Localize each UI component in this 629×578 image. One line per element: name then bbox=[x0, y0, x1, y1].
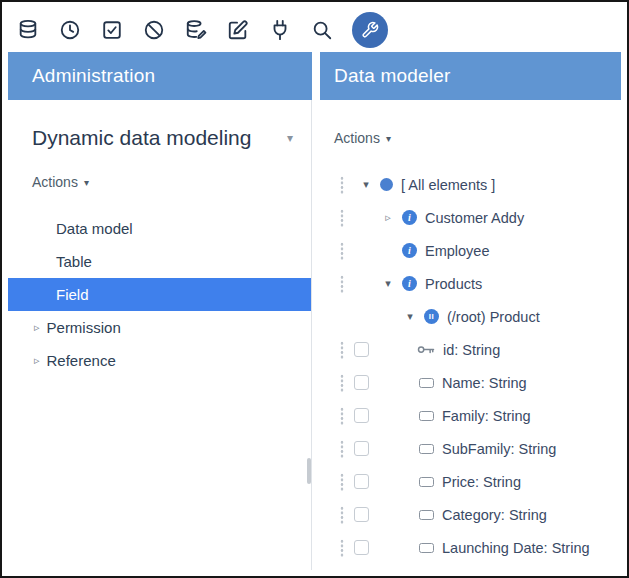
info-icon: i bbox=[402, 243, 417, 258]
tree-row-subfamily-string[interactable]: SubFamily: String bbox=[320, 432, 621, 465]
drag-handle-icon[interactable] bbox=[340, 407, 344, 425]
field-icon bbox=[419, 378, 434, 388]
tree-row-category-string[interactable]: Category: String bbox=[320, 498, 621, 531]
database-icon[interactable] bbox=[16, 18, 40, 42]
modeler-header-title: Data modeler bbox=[334, 65, 450, 87]
tree-row-root-product[interactable]: ▾II(/root) Product bbox=[320, 300, 621, 333]
tree-row-products[interactable]: ▾iProducts bbox=[320, 267, 621, 300]
tree-row-name-string[interactable]: Name: String bbox=[320, 366, 621, 399]
caret-right-icon[interactable]: ▹ bbox=[34, 321, 40, 334]
field-checkbox[interactable] bbox=[354, 342, 369, 357]
admin-actions-menu-button[interactable]: Actions ▾ bbox=[32, 174, 89, 190]
tree-row-customer-addy[interactable]: ▹iCustomer Addy bbox=[320, 201, 621, 234]
field-checkbox[interactable] bbox=[354, 375, 369, 390]
element-tree: ▾[ All elements ]▹iCustomer Addy▾iEmploy… bbox=[320, 168, 621, 564]
field-checkbox[interactable] bbox=[354, 408, 369, 423]
tree-row-all-elements[interactable]: ▾[ All elements ] bbox=[320, 168, 621, 201]
tree-item-label: Category: String bbox=[442, 507, 547, 523]
drag-handle-icon[interactable] bbox=[340, 275, 344, 293]
tree-node-content: Name: String bbox=[419, 375, 527, 391]
sidebar-item-table[interactable]: Table bbox=[8, 245, 311, 278]
field-checkbox[interactable] bbox=[354, 474, 369, 489]
tree-item-label: Name: String bbox=[442, 375, 527, 391]
tree-node-content: ▹iCustomer Addy bbox=[382, 210, 524, 226]
tree-item-label: Customer Addy bbox=[425, 210, 524, 226]
field-checkbox[interactable] bbox=[354, 441, 369, 456]
page-title: Dynamic data modeling bbox=[32, 126, 251, 150]
caret-down-icon[interactable]: ▾ bbox=[382, 277, 394, 290]
admin-header-title: Administration bbox=[32, 65, 155, 87]
drag-handle-icon[interactable] bbox=[340, 440, 344, 458]
check-square-icon[interactable] bbox=[100, 18, 124, 42]
field-icon bbox=[419, 411, 434, 421]
tree-node-content: ▾iEmployee bbox=[382, 243, 489, 259]
title-caret-down-icon[interactable]: ▾ bbox=[287, 131, 293, 145]
tree-item-label: Family: String bbox=[442, 408, 531, 424]
info-icon: i bbox=[402, 210, 417, 225]
drag-handle-icon[interactable] bbox=[340, 473, 344, 491]
tree-item-label: Products bbox=[425, 276, 482, 292]
tree-node-content: ▾iProducts bbox=[382, 276, 482, 292]
content-area: Dynamic data modeling ▾ Actions ▾ Data m… bbox=[8, 100, 621, 570]
entity-icon: II bbox=[424, 309, 439, 324]
app-window: Administration Data modeler Dynamic data… bbox=[0, 0, 629, 578]
drag-handle-icon[interactable] bbox=[340, 209, 344, 227]
tree-node-content: Launching Date: String bbox=[419, 540, 590, 556]
tree-row-family-string[interactable]: Family: String bbox=[320, 399, 621, 432]
sidebar-item-permission[interactable]: ▹Permission bbox=[8, 311, 311, 344]
modeler-actions-label: Actions bbox=[334, 130, 380, 146]
sidebar-item-label: Permission bbox=[47, 319, 121, 336]
drag-handle-icon[interactable] bbox=[340, 374, 344, 392]
sidebar-item-field[interactable]: Field bbox=[8, 278, 311, 311]
caret-down-icon: ▾ bbox=[386, 133, 391, 144]
field-checkbox[interactable] bbox=[354, 507, 369, 522]
admin-header: Administration bbox=[8, 52, 312, 100]
tree-row-launching-date-string[interactable]: Launching Date: String bbox=[320, 531, 621, 564]
tree-item-label: Price: String bbox=[442, 474, 521, 490]
tree-node-content: Category: String bbox=[419, 507, 547, 523]
field-icon bbox=[419, 510, 434, 520]
block-icon[interactable] bbox=[142, 18, 166, 42]
page-title-row: Dynamic data modeling ▾ bbox=[32, 126, 293, 150]
tree-row-price-string[interactable]: Price: String bbox=[320, 465, 621, 498]
tree-item-label: id: String bbox=[443, 342, 500, 358]
modeler-header: Data modeler bbox=[320, 52, 621, 100]
sidebar-item-label: Data model bbox=[56, 220, 133, 237]
tree-node-content: ▾II(/root) Product bbox=[404, 309, 540, 325]
drag-handle-icon[interactable] bbox=[340, 506, 344, 524]
all-elements-circle-icon bbox=[380, 178, 393, 191]
field-checkbox[interactable] bbox=[354, 540, 369, 555]
key-icon bbox=[417, 343, 435, 356]
sidebar-item-label: Reference bbox=[47, 352, 116, 369]
tree-row-id-string[interactable]: id: String bbox=[320, 333, 621, 366]
wrench-icon[interactable] bbox=[352, 12, 388, 48]
modeler-actions-menu-button[interactable]: Actions ▾ bbox=[334, 130, 391, 146]
plug-icon[interactable] bbox=[268, 18, 292, 42]
drag-handle-icon[interactable] bbox=[340, 539, 344, 557]
sidebar-item-data-model[interactable]: Data model bbox=[8, 212, 311, 245]
caret-right-icon[interactable]: ▹ bbox=[382, 211, 394, 224]
tree-item-label: [ All elements ] bbox=[401, 177, 495, 193]
drag-handle-icon[interactable] bbox=[340, 341, 344, 359]
database-edit-icon[interactable] bbox=[184, 18, 208, 42]
drag-handle-icon[interactable] bbox=[340, 176, 344, 194]
tree-node-content: id: String bbox=[417, 342, 500, 358]
caret-down-icon[interactable]: ▾ bbox=[360, 178, 372, 191]
toolbar bbox=[8, 8, 621, 52]
sidebar-item-label: Table bbox=[56, 253, 92, 270]
tree-row-employee[interactable]: ▾iEmployee bbox=[320, 234, 621, 267]
drag-handle-icon[interactable] bbox=[340, 242, 344, 260]
scrollbar-thumb[interactable] bbox=[307, 458, 311, 484]
clock-icon[interactable] bbox=[58, 18, 82, 42]
field-icon bbox=[419, 444, 434, 454]
tree-node-content: SubFamily: String bbox=[419, 441, 556, 457]
tree-item-label: SubFamily: String bbox=[442, 441, 556, 457]
tree-item-label: Employee bbox=[425, 243, 489, 259]
edit-icon[interactable] bbox=[226, 18, 250, 42]
tree-item-label: (/root) Product bbox=[447, 309, 540, 325]
caret-right-icon[interactable]: ▹ bbox=[34, 354, 40, 367]
caret-down-icon[interactable]: ▾ bbox=[404, 310, 416, 323]
search-icon[interactable] bbox=[310, 18, 334, 42]
sidebar-item-reference[interactable]: ▹Reference bbox=[8, 344, 311, 377]
caret-down-icon: ▾ bbox=[84, 177, 89, 188]
